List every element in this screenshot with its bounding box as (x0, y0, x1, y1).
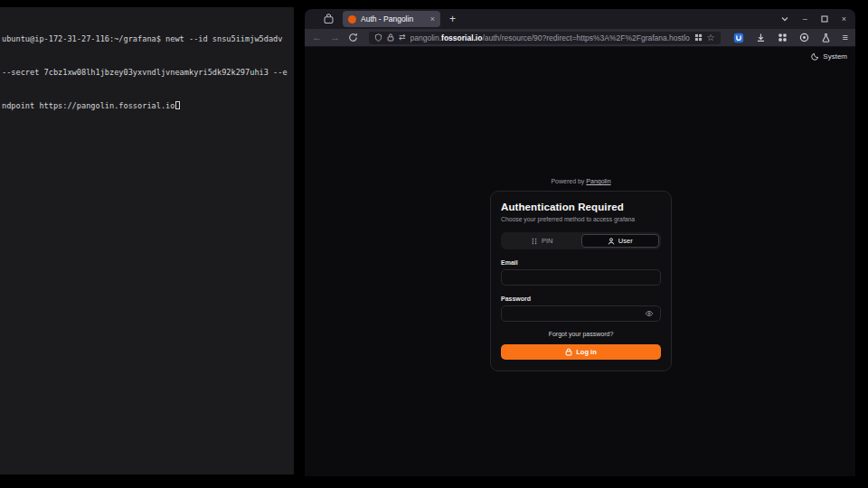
terminal-line: --secret 7cbz1xw08lh1jbzey03yxvndljvneam… (2, 67, 293, 78)
login-button-label: Log in (576, 348, 597, 356)
theme-toggle-label: System (823, 52, 847, 61)
show-password-eye-icon[interactable] (645, 309, 654, 318)
window-close-button[interactable]: × (842, 15, 846, 23)
password-field-box (501, 305, 661, 322)
forward-button[interactable]: → (330, 33, 340, 42)
window-minimize-button[interactable]: – (803, 15, 807, 23)
extensions-grid-icon[interactable] (778, 33, 788, 42)
terminal-line: ubuntu@ip-172-31-27-116:~/grafana$ newt … (2, 33, 293, 44)
tracking-shield-icon[interactable] (374, 33, 382, 42)
password-manager-extension-icon[interactable] (733, 33, 744, 43)
tab-title: Auth - Pangolin (361, 14, 426, 23)
user-icon (608, 238, 615, 245)
tab-list-chevron-down-icon[interactable] (780, 14, 789, 23)
tab-pin-label: PIN (542, 237, 553, 245)
terminal-line: ndpoint https://pangolin.fossorial.io (2, 100, 293, 111)
firefox-view-icon[interactable] (323, 14, 335, 25)
moon-icon (811, 52, 819, 61)
desktop: ubuntu@ip-172-31-27-116:~/grafana$ newt … (0, 0, 868, 488)
email-label: Email (501, 259, 661, 266)
window-maximize-button[interactable] (821, 15, 828, 23)
tab-close-icon[interactable]: × (430, 15, 435, 23)
downloads-icon[interactable] (756, 33, 766, 42)
email-field-box (501, 269, 661, 286)
tab-user[interactable]: User (581, 234, 660, 248)
back-button[interactable]: ← (312, 33, 322, 42)
auth-card: Authentication Required Choose your pref… (490, 191, 672, 371)
reload-button[interactable] (348, 33, 358, 42)
url-domain: fossorial.io (441, 33, 482, 42)
password-field[interactable] (508, 310, 645, 318)
auth-page: System Powered by Pangolin Authenticatio… (305, 47, 855, 476)
pangolin-link[interactable]: Pangolin (586, 178, 610, 184)
hamburger-menu-icon[interactable]: ≡ (843, 33, 848, 42)
tab-bar: Auth - Pangolin × + – × (305, 9, 855, 29)
page-action-grid-icon[interactable] (694, 33, 703, 42)
password-label: Password (501, 296, 661, 302)
account-circle-icon[interactable] (799, 33, 809, 42)
keypad-icon (531, 238, 538, 245)
url-text[interactable]: pangolin.fossorial.io/auth/resource/90?r… (410, 33, 690, 42)
terminal-window[interactable]: ubuntu@ip-172-31-27-116:~/grafana$ newt … (0, 7, 294, 474)
login-button[interactable]: Log in (501, 344, 661, 360)
navigation-toolbar: ← → ⇄ (305, 29, 855, 47)
toolbar-extensions-area: ≡ (731, 33, 848, 43)
browser-tab[interactable]: Auth - Pangolin × (343, 11, 440, 27)
auth-method-tabs: PIN User (501, 232, 661, 249)
tab-pin[interactable]: PIN (503, 234, 581, 248)
theme-toggle-button[interactable]: System (811, 52, 847, 61)
card-subtitle: Choose your preferred method to access g… (501, 216, 661, 222)
alt-service-arrows-icon: ⇄ (399, 33, 406, 42)
tab-favicon-pangolin-icon (348, 15, 356, 23)
email-field[interactable] (508, 274, 654, 282)
url-bar[interactable]: ⇄ pangolin.fossorial.io/auth/resource/90… (369, 32, 721, 44)
flask-icon[interactable] (821, 33, 831, 42)
card-title: Authentication Required (501, 202, 661, 212)
powered-by: Powered by Pangolin (490, 178, 672, 184)
new-tab-button[interactable]: + (449, 14, 456, 24)
lock-icon[interactable] (387, 33, 394, 42)
login-lock-icon (565, 348, 572, 356)
terminal-cursor (175, 101, 180, 109)
forgot-password-link[interactable]: Forgot your password? (501, 331, 661, 337)
browser-window: Auth - Pangolin × + – × ← → (305, 9, 855, 476)
tab-user-label: User (618, 237, 633, 245)
bookmark-star-icon[interactable]: ☆ (707, 33, 715, 42)
